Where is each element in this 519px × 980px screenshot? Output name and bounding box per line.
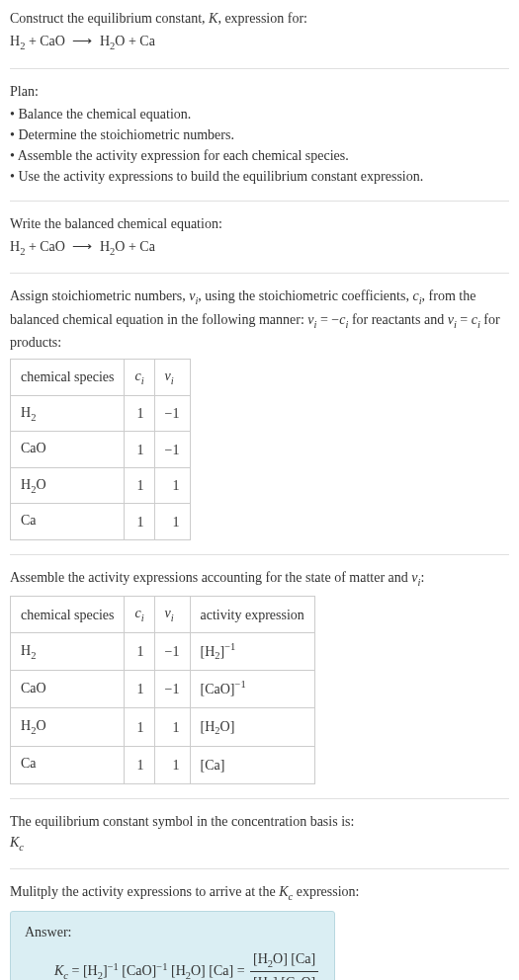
ex-b: O] bbox=[220, 719, 235, 734]
sp-a: Ca bbox=[21, 756, 37, 771]
sp-a: H bbox=[21, 718, 31, 733]
cell-ci: 1 bbox=[125, 708, 154, 746]
ml-a: Mulitply the activity expressions to arr… bbox=[10, 884, 279, 899]
frac-denominator: [H2] [CaO] bbox=[250, 972, 318, 980]
ex-a: [CaO] bbox=[201, 682, 235, 696]
ans-t3b: O] bbox=[191, 963, 206, 978]
beq-h2o-a: H bbox=[96, 239, 110, 254]
sp-eq1: = bbox=[316, 312, 331, 327]
activity-intro: Assemble the activity expressions accoun… bbox=[10, 567, 509, 591]
sp-sub: 2 bbox=[31, 650, 36, 661]
sp-a: CaO bbox=[21, 441, 46, 455]
ans-eq: = bbox=[68, 963, 83, 978]
sp-a: H bbox=[21, 405, 31, 420]
stoich-table: chemical species ci νi H2 1 −1 CaO 1 −1 … bbox=[10, 359, 191, 540]
cell-species: CaO bbox=[11, 671, 125, 708]
eq-h2: H bbox=[10, 34, 20, 48]
answer-fraction: [H2O] [Ca][H2] [CaO] bbox=[250, 948, 318, 980]
th-ci: ci bbox=[125, 597, 154, 633]
th-activity: activity expression bbox=[190, 597, 314, 633]
table-row: CaO 1 −1 bbox=[11, 432, 191, 468]
cell-vi: −1 bbox=[154, 432, 190, 468]
beq-h2: H bbox=[10, 239, 20, 254]
balanced-line: Write the balanced chemical equation: bbox=[10, 213, 509, 234]
table-row: CaO 1 −1 [CaO]−1 bbox=[11, 671, 315, 708]
sp1d: for reactants and bbox=[348, 312, 447, 327]
sp-a: Ca bbox=[21, 513, 37, 528]
ans-K: K bbox=[54, 963, 63, 978]
th-vi-i: i bbox=[171, 375, 174, 386]
table-row: Ca 1 1 [Ca] bbox=[11, 746, 315, 783]
balanced-section: Write the balanced chemical equation: H2… bbox=[10, 213, 509, 275]
th-ci-i: i bbox=[141, 375, 144, 386]
cell-vi: 1 bbox=[154, 746, 190, 783]
sp-a: CaO bbox=[21, 681, 46, 695]
intro-section: Construct the equilibrium constant, K, e… bbox=[10, 8, 509, 69]
kc-K: K bbox=[10, 835, 19, 850]
activity-section: Assemble the activity expressions accoun… bbox=[10, 567, 509, 799]
eq-h2o-b: O + Ca bbox=[115, 34, 155, 48]
th-vi: νi bbox=[154, 360, 190, 396]
intro-text: Construct the equilibrium constant, K, e… bbox=[10, 8, 509, 29]
stoich-paragraph: Assign stoichiometric numbers, νi, using… bbox=[10, 286, 509, 353]
table-row: Ca 1 1 bbox=[11, 504, 191, 540]
multiply-section: Mulitply the activity expressions to arr… bbox=[10, 881, 509, 980]
cell-vi: 1 bbox=[154, 708, 190, 746]
ai-b: : bbox=[420, 570, 424, 585]
cell-vi: −1 bbox=[154, 633, 190, 671]
cell-activity: [Ca] bbox=[190, 746, 314, 783]
ans-t3a: [H bbox=[167, 963, 185, 978]
kc-symbol-section: The equilibrium constant symbol in the c… bbox=[10, 811, 509, 870]
beq-h2o-b: O + Ca bbox=[115, 239, 155, 254]
sp-a: H bbox=[21, 477, 31, 492]
cell-ci: 1 bbox=[125, 746, 154, 783]
cell-activity: [H2]−1 bbox=[190, 633, 314, 671]
table-header-row: chemical species ci νi bbox=[11, 360, 191, 396]
table-row: H2O 1 1 bbox=[11, 467, 191, 504]
cell-vi: −1 bbox=[154, 395, 190, 432]
table-row: H2O 1 1 [H2O] bbox=[11, 708, 315, 746]
beq-plus: + CaO bbox=[25, 239, 68, 254]
plan-b1: • Balance the chemical equation. bbox=[10, 104, 509, 124]
ex-sup: −1 bbox=[235, 679, 246, 690]
ans-t4: [Ca] = bbox=[206, 963, 248, 978]
cell-species: H2 bbox=[11, 633, 125, 671]
activity-table: chemical species ci νi activity expressi… bbox=[10, 596, 315, 783]
ml-b: expression: bbox=[293, 884, 359, 899]
cell-activity: [CaO]−1 bbox=[190, 671, 314, 708]
eq-h2o-a: H bbox=[96, 34, 110, 48]
cell-species: H2O bbox=[11, 708, 125, 746]
ans-t2: [CaO] bbox=[119, 963, 157, 978]
ans-t1sup: −1 bbox=[108, 961, 119, 972]
cell-species: CaO bbox=[11, 432, 125, 468]
answer-box: Answer: Kc = [H2]−1 [CaO]−1 [H2O] [Ca] =… bbox=[10, 911, 335, 980]
num-b: O] [Ca] bbox=[273, 951, 315, 966]
plan-b3: • Assemble the activity expression for e… bbox=[10, 145, 509, 166]
arrow-icon: ⟶ bbox=[72, 236, 92, 257]
cell-vi: 1 bbox=[154, 504, 190, 540]
th-vi: νi bbox=[154, 597, 190, 633]
intro-line1a: Construct the equilibrium constant, bbox=[10, 11, 209, 26]
sp-sub: 2 bbox=[31, 412, 36, 423]
cell-ci: 1 bbox=[125, 504, 154, 540]
stoich-section: Assign stoichiometric numbers, νi, using… bbox=[10, 286, 509, 555]
plan-b4: • Use the activity expressions to build … bbox=[10, 166, 509, 187]
intro-line1b: , expression for: bbox=[217, 11, 307, 26]
plan-section: Plan: • Balance the chemical equation. •… bbox=[10, 81, 509, 202]
plan-b2: • Determine the stoichiometric numbers. bbox=[10, 124, 509, 145]
kc-line1: The equilibrium constant symbol in the c… bbox=[10, 811, 509, 832]
plan-title: Plan: bbox=[10, 81, 509, 102]
answer-expression: Kc = [H2]−1 [CaO]−1 [H2O] [Ca] = [H2O] [… bbox=[25, 948, 320, 980]
cell-vi: −1 bbox=[154, 671, 190, 708]
ex-a: [H bbox=[201, 719, 216, 734]
cell-species: H2 bbox=[11, 395, 125, 432]
cell-species: H2O bbox=[11, 467, 125, 504]
th-vi-i: i bbox=[171, 612, 174, 623]
balanced-equation: H2 + CaO ⟶ H2O + Ca bbox=[10, 236, 509, 260]
ans-t2sup: −1 bbox=[156, 961, 167, 972]
ex-a: [H bbox=[201, 644, 216, 659]
arrow-icon: ⟶ bbox=[72, 31, 92, 51]
plan-bullets: • Balance the chemical equation. • Deter… bbox=[10, 104, 509, 187]
answer-label: Answer: bbox=[25, 922, 320, 942]
ml-K: K bbox=[279, 884, 288, 899]
